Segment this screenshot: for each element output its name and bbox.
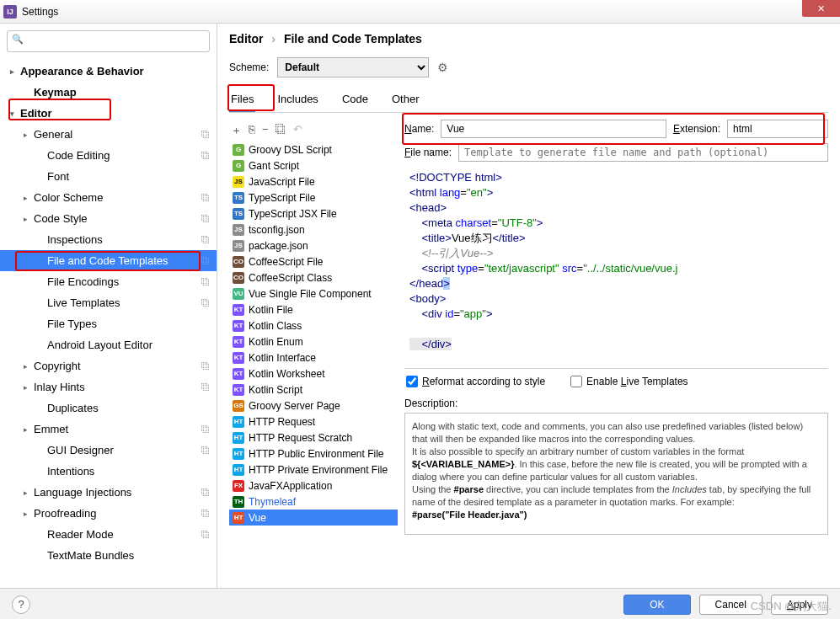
template-item[interactable]: JSpackage.json <box>229 237 398 253</box>
template-item[interactable]: HTHTTP Request Scratch <box>229 430 398 446</box>
sidebar-item[interactable]: Appearance & Behavior <box>0 61 217 82</box>
sidebar-item[interactable]: Code Style⿻ <box>0 208 217 229</box>
tab-other[interactable]: Other <box>390 89 421 112</box>
tab-files[interactable]: Files <box>229 89 255 112</box>
sidebar-item[interactable]: Android Layout Editor <box>0 334 217 355</box>
cancel-button[interactable]: Cancel <box>699 595 762 615</box>
extension-label: Extension: <box>673 123 720 135</box>
sidebar-item[interactable]: Code Editing⿻ <box>0 145 217 166</box>
sidebar-item[interactable]: General⿻ <box>0 124 217 145</box>
sidebar-item[interactable]: Duplicates <box>0 398 217 419</box>
undo-icon[interactable]: ↶ <box>293 123 302 138</box>
close-button[interactable]: ✕ <box>802 0 840 17</box>
template-item[interactable]: HTVue <box>229 510 398 526</box>
template-list[interactable]: GGroovy DSL ScriptGGant ScriptJSJavaScri… <box>229 141 398 588</box>
help-button[interactable]: ? <box>12 595 30 614</box>
template-item[interactable]: KTKotlin Worksheet <box>229 366 398 382</box>
ok-button[interactable]: OK <box>623 595 690 615</box>
sidebar-item[interactable]: File Types <box>0 313 217 334</box>
breadcrumb: Editor › File and Code Templates <box>229 32 828 45</box>
apply-button[interactable]: Apply <box>771 595 828 615</box>
sidebar-item[interactable]: File and Code Templates⿻ <box>0 250 217 271</box>
scheme-label: Scheme: <box>229 61 269 73</box>
template-item[interactable]: COCoffeeScript File <box>229 253 398 269</box>
sidebar-item[interactable]: Live Templates⿻ <box>0 292 217 313</box>
window-title: Settings <box>22 6 58 18</box>
tab-includes[interactable]: Includes <box>276 89 319 112</box>
add-icon[interactable]: ＋ <box>231 123 242 138</box>
template-item[interactable]: KTKotlin Class <box>229 318 398 334</box>
sidebar-item[interactable]: File Encodings⿻ <box>0 271 217 292</box>
description-label: Description: <box>404 398 828 409</box>
sidebar-item[interactable]: Reader Mode⿻ <box>0 524 217 545</box>
template-item[interactable]: JSJavaScript File <box>229 173 398 189</box>
copy-icon[interactable]: ⿻ <box>276 123 286 138</box>
sidebar-item[interactable]: Color Scheme⿻ <box>0 187 217 208</box>
settings-tree[interactable]: Appearance & BehaviorKeymapEditorGeneral… <box>0 59 217 588</box>
template-item[interactable]: HTHTTP Request <box>229 414 398 430</box>
template-item[interactable]: THThymeleaf <box>229 494 398 510</box>
search-input[interactable] <box>7 30 210 52</box>
template-item[interactable]: FXJavaFXApplication <box>229 478 398 494</box>
template-item[interactable]: COCoffeeScript Class <box>229 269 398 285</box>
template-item[interactable]: GGroovy DSL Script <box>229 141 398 157</box>
sidebar-item[interactable]: Keymap <box>0 82 217 103</box>
name-input[interactable] <box>441 120 666 138</box>
app-icon: IJ <box>3 5 17 19</box>
live-templates-checkbox[interactable]: Enable Live Templates <box>570 376 688 387</box>
template-toolbar: ＋ ⎘ − ⿻ ↶ <box>229 120 398 141</box>
template-item[interactable]: KTKotlin Interface <box>229 350 398 366</box>
tab-code[interactable]: Code <box>340 89 370 112</box>
template-code-editor[interactable]: <!DOCTYPE html> <html lang="en"> <head> … <box>404 167 828 369</box>
template-item[interactable]: KTKotlin Enum <box>229 334 398 350</box>
sidebar-item[interactable]: Inspections⿻ <box>0 229 217 250</box>
filename-input[interactable] <box>458 143 828 162</box>
template-item[interactable]: TSTypeScript File <box>229 189 398 205</box>
dialog-buttons: ? OK Cancel Apply <box>0 588 840 619</box>
settings-content: Editor › File and Code Templates Scheme:… <box>217 24 840 588</box>
remove-icon[interactable]: − <box>262 123 269 138</box>
template-item[interactable]: KTKotlin File <box>229 301 398 318</box>
tabs: FilesIncludesCodeOther <box>229 89 828 113</box>
scheme-select[interactable]: Default <box>277 57 429 77</box>
window-titlebar: IJ Settings ✕ <box>0 0 840 24</box>
sidebar-item[interactable]: TextMate Bundles <box>0 545 217 566</box>
sidebar-item[interactable]: Inlay Hints⿻ <box>0 376 217 398</box>
extension-input[interactable] <box>727 120 828 138</box>
sidebar-item[interactable]: Copyright⿻ <box>0 355 217 376</box>
template-item[interactable]: JStsconfig.json <box>229 221 398 237</box>
template-item[interactable]: HTHTTP Public Environment File <box>229 446 398 462</box>
sidebar-item[interactable]: GUI Designer⿻ <box>0 440 217 461</box>
template-item[interactable]: GSGroovy Server Page <box>229 398 398 414</box>
template-item[interactable]: KTKotlin Script <box>229 382 398 398</box>
sidebar-item[interactable]: Intentions <box>0 461 217 482</box>
sidebar-item[interactable]: Font <box>0 166 217 187</box>
sidebar-item[interactable]: Editor <box>0 103 217 124</box>
sidebar-item[interactable]: Language Injections⿻ <box>0 482 217 503</box>
sidebar-item[interactable]: Emmet⿻ <box>0 419 217 440</box>
sidebar-item[interactable]: Proofreading⿻ <box>0 503 217 524</box>
reformat-checkbox[interactable]: Reformat according to style <box>406 376 545 387</box>
template-item[interactable]: TSTypeScript JSX File <box>229 205 398 221</box>
template-item[interactable]: VUVue Single File Component <box>229 285 398 301</box>
template-item[interactable]: GGant Script <box>229 157 398 173</box>
breadcrumb-sep: › <box>271 32 276 45</box>
settings-sidebar: Appearance & BehaviorKeymapEditorGeneral… <box>0 24 217 588</box>
name-label: NName:ame: <box>404 123 434 135</box>
description-box: Along with static text, code and comment… <box>404 413 828 535</box>
gear-icon[interactable]: ⚙ <box>437 61 448 74</box>
filename-label: File name: <box>404 147 452 158</box>
copy-template-icon[interactable]: ⎘ <box>249 123 255 138</box>
template-item[interactable]: HTHTTP Private Environment File <box>229 462 398 478</box>
